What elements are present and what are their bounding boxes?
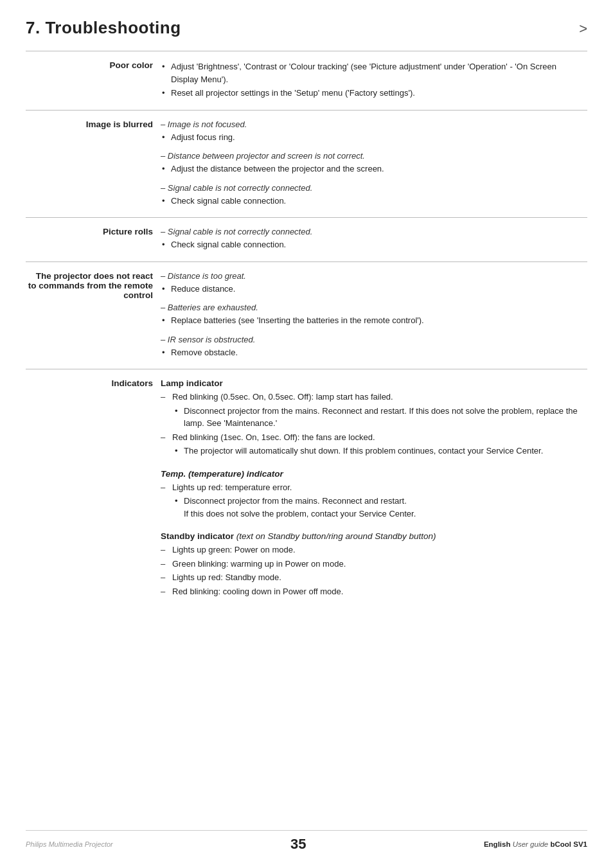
page: 7. Troubleshooting > Poor color Adjust '… bbox=[0, 0, 613, 868]
solution-list: Reduce distance. bbox=[161, 283, 580, 296]
temp-indicator-title: Temp. (temperature) indicator bbox=[161, 469, 580, 479]
section-content-image-blurred: Image is not focused. Adjust focus ring.… bbox=[161, 110, 587, 218]
footer-page-number: 35 bbox=[290, 836, 306, 853]
cause-block: Distance between projector and screen is… bbox=[161, 151, 580, 175]
footer-guide-info: English User guide bCool SV1 bbox=[484, 840, 587, 848]
dash-text: Red blinking: cooling down in Power off … bbox=[172, 585, 580, 598]
solution-list: Replace batteries (see 'Inserting the ba… bbox=[161, 314, 580, 327]
cause-block: Signal cable is not correctly connected.… bbox=[161, 183, 580, 208]
footer-guide-label: User guide bbox=[510, 840, 550, 848]
temp-text-1: Lights up red: temperature error. bbox=[172, 483, 292, 492]
lamp-text-1: Red blinking (0.5sec. On, 0.5sec. Off): … bbox=[172, 392, 393, 402]
solution-list: Remove obstacle. bbox=[161, 346, 580, 359]
dash-text: Lights up green: Power on mode. bbox=[172, 544, 580, 556]
solution-list: Check signal cable connection. bbox=[161, 238, 580, 251]
table-row: Image is blurred Image is not focused. A… bbox=[26, 110, 587, 218]
lamp-indicator-section: Lamp indicator – Red blinking (0.5sec. O… bbox=[161, 378, 580, 457]
remote-label-text: The projector does not react to commands… bbox=[28, 271, 153, 300]
dash-item: – Red blinking (1sec. On, 1sec. Off): th… bbox=[161, 431, 580, 457]
section-label-image-blurred: Image is blurred bbox=[26, 110, 161, 218]
list-item: Adjust 'Brightness', 'Contrast or 'Colou… bbox=[161, 60, 580, 85]
dash-symbol: – bbox=[161, 481, 172, 494]
dash-text: Lights up red: Standby mode. bbox=[172, 571, 580, 584]
dash-item: – Lights up red: temperature error. Disc… bbox=[161, 481, 580, 520]
section-label-poor-color: Poor color bbox=[26, 51, 161, 111]
table-row: Poor color Adjust 'Brightness', 'Contras… bbox=[26, 51, 587, 111]
dash-text: Lights up red: temperature error. Discon… bbox=[172, 481, 580, 520]
dash-symbol: – bbox=[161, 544, 172, 556]
footer-product-name: Philips Multimedia Projector bbox=[26, 840, 113, 848]
nested-bullet-list: Disconnect projector from the mains. Rec… bbox=[172, 495, 580, 520]
dash-symbol: – bbox=[161, 558, 172, 571]
temp-indicator-section: Temp. (temperature) indicator – Lights u… bbox=[161, 469, 580, 520]
lamp-indicator-title: Lamp indicator bbox=[161, 378, 580, 388]
cause-block: Batteries are exhausted. Replace batteri… bbox=[161, 303, 580, 327]
cause-block: Image is not focused. Adjust focus ring. bbox=[161, 120, 580, 144]
section-label-picture-rolls: Picture rolls bbox=[26, 218, 161, 262]
nested-bullet-list: Disconnect projector from the mains. Rec… bbox=[172, 405, 580, 430]
cause-block: Distance is too great. Reduce distance. bbox=[161, 271, 580, 296]
cause-block: Signal cable is not correctly connected.… bbox=[161, 227, 580, 251]
page-title: 7. Troubleshooting bbox=[26, 18, 181, 38]
list-item: Disconnect projector from the mains. Rec… bbox=[175, 495, 580, 520]
list-item: Remove obstacle. bbox=[161, 346, 580, 359]
list-item: Reduce distance. bbox=[161, 283, 580, 296]
list-item: Reset all projector settings in the 'Set… bbox=[161, 87, 580, 100]
dash-item: – Red blinking (0.5sec. On, 0.5sec. Off)… bbox=[161, 391, 580, 430]
dash-text: Red blinking (1sec. On, 1sec. Off): the … bbox=[172, 431, 580, 457]
footer-product-model: bCool SV1 bbox=[550, 840, 587, 848]
solution-list: Check signal cable connection. bbox=[161, 195, 580, 208]
content-table: Poor color Adjust 'Brightness', 'Contras… bbox=[26, 51, 587, 618]
list-item: Adjust the distance between the projecto… bbox=[161, 163, 580, 175]
dash-text: Red blinking (0.5sec. On, 0.5sec. Off): … bbox=[172, 391, 580, 430]
dash-symbol: – bbox=[161, 585, 172, 598]
table-row: The projector does not react to commands… bbox=[26, 261, 587, 369]
list-item: Check signal cable connection. bbox=[161, 238, 580, 251]
standby-title-bold: Standby indicator bbox=[161, 531, 234, 541]
section-label-indicators: Indicators bbox=[26, 369, 161, 619]
section-content-remote-control: Distance is too great. Reduce distance. … bbox=[161, 261, 587, 369]
page-arrow: > bbox=[579, 21, 587, 37]
list-item: Disconnect projector from the mains. Rec… bbox=[175, 405, 580, 430]
dash-symbol: – bbox=[161, 571, 172, 584]
list-item: Replace batteries (see 'Inserting the ba… bbox=[161, 314, 580, 327]
cause-block: IR sensor is obstructed. Remove obstacle… bbox=[161, 335, 580, 359]
section-content-poor-color: Adjust 'Brightness', 'Contrast or 'Colou… bbox=[161, 51, 587, 111]
page-footer: Philips Multimedia Projector 35 English … bbox=[26, 830, 587, 853]
lamp-text-2: Red blinking (1sec. On, 1sec. Off): the … bbox=[172, 432, 375, 442]
list-item: Adjust focus ring. bbox=[161, 131, 580, 144]
dash-item: – Green blinking: warming up in Power on… bbox=[161, 558, 580, 571]
dash-symbol: – bbox=[161, 431, 172, 444]
dash-item: – Lights up red: Standby mode. bbox=[161, 571, 580, 584]
standby-indicator-section: Standby indicator (text on Standby butto… bbox=[161, 531, 580, 598]
list-item: Check signal cable connection. bbox=[161, 195, 580, 208]
section-content-indicators: Lamp indicator – Red blinking (0.5sec. O… bbox=[161, 369, 587, 619]
dash-text: Green blinking: warming up in Power on m… bbox=[172, 558, 580, 571]
solution-list: Adjust the distance between the projecto… bbox=[161, 163, 580, 175]
dash-item: – Lights up green: Power on mode. bbox=[161, 544, 580, 556]
nested-bullet-list: The projector will automatically shut do… bbox=[172, 445, 580, 457]
dash-item: – Red blinking: cooling down in Power of… bbox=[161, 585, 580, 598]
table-row: Indicators Lamp indicator – Red blinking… bbox=[26, 369, 587, 619]
page-header: 7. Troubleshooting > bbox=[26, 0, 587, 44]
standby-indicator-title: Standby indicator (text on Standby butto… bbox=[161, 531, 580, 541]
dash-symbol: – bbox=[161, 391, 172, 403]
solution-list: Adjust focus ring. bbox=[161, 131, 580, 144]
list-item: The projector will automatically shut do… bbox=[175, 445, 580, 457]
section-label-remote-control: The projector does not react to commands… bbox=[26, 261, 161, 369]
footer-language: English bbox=[484, 840, 511, 848]
section-content-picture-rolls: Signal cable is not correctly connected.… bbox=[161, 218, 587, 262]
table-row: Picture rolls Signal cable is not correc… bbox=[26, 218, 587, 262]
solution-list: Adjust 'Brightness', 'Contrast or 'Colou… bbox=[161, 60, 580, 100]
standby-title-suffix: (text on Standby button/ring around Stan… bbox=[236, 531, 436, 541]
